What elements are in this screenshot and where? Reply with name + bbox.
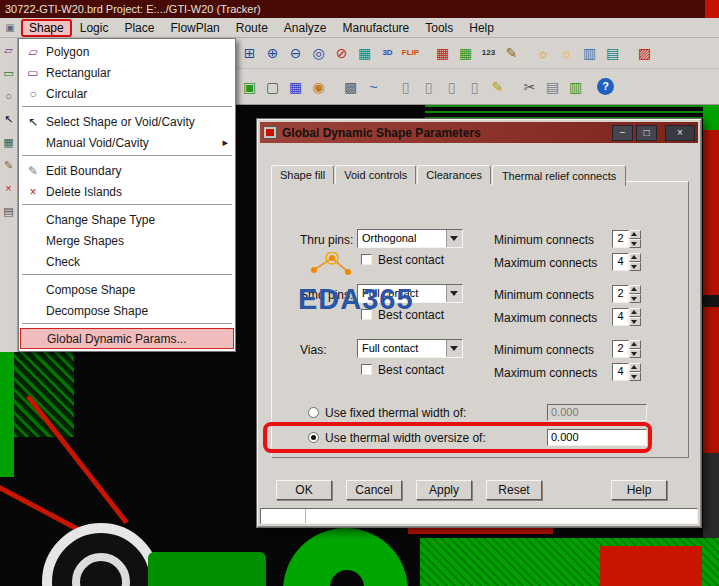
- ok-button[interactable]: OK: [276, 480, 332, 500]
- zoom-fit-icon[interactable]: ◎: [308, 43, 329, 64]
- spin-down-icon[interactable]: [629, 239, 641, 248]
- spin-down-icon[interactable]: [629, 262, 641, 271]
- connect-type-dropdown[interactable]: Full contact: [357, 339, 463, 358]
- cancel-button[interactable]: Cancel: [346, 480, 402, 500]
- menubar-item[interactable]: Route: [228, 20, 276, 36]
- maximum-connects-spinner[interactable]: 4: [612, 363, 642, 381]
- shape-menu-item[interactable]: Global Dynamic Params... ▸: [20, 328, 234, 349]
- spinner-arrows[interactable]: [629, 285, 641, 303]
- shape-select-icon[interactable]: ▣: [239, 76, 260, 97]
- spin-down-icon[interactable]: [629, 372, 641, 381]
- dialog-titlebar[interactable]: Global Dynamic Shape Parameters − □ ×: [260, 122, 698, 143]
- shape-menu-item[interactable]: Manual Void/Cavity ▸: [20, 132, 234, 153]
- highlight-pen-icon[interactable]: ✎: [487, 76, 508, 97]
- dropdown-arrow-icon[interactable]: [446, 230, 462, 247]
- spinner-arrows[interactable]: [629, 230, 641, 248]
- waveform-icon[interactable]: ▥: [579, 43, 600, 64]
- minimum-connects-spinner[interactable]: 2: [612, 285, 642, 303]
- select-tool-icon[interactable]: ↖: [2, 112, 16, 126]
- red-region-icon[interactable]: ▨: [634, 43, 655, 64]
- rectangle-tool-icon[interactable]: ▭: [2, 66, 16, 80]
- paste-doc-icon[interactable]: ▯: [464, 76, 485, 97]
- connect-type-dropdown[interactable]: Orthogonal: [357, 229, 463, 248]
- probe-icon[interactable]: ◉: [308, 76, 329, 97]
- use-fixed-thermal-width-radio[interactable]: [308, 407, 319, 418]
- grid-blue-icon[interactable]: ▦: [285, 76, 306, 97]
- shape-menu-item[interactable]: ▭ Rectangular ▸: [20, 62, 234, 83]
- signal-wave-icon[interactable]: ~: [363, 76, 384, 97]
- menubar-item[interactable]: Logic: [72, 20, 117, 36]
- spin-down-icon[interactable]: [629, 294, 641, 303]
- spin-up-icon[interactable]: [629, 363, 641, 372]
- docs-pair-icon[interactable]: ▤: [542, 76, 563, 97]
- shape-menu-item[interactable]: Merge Shapes ▸: [20, 230, 234, 251]
- spinner-arrows[interactable]: [629, 253, 641, 271]
- zoom-out-icon[interactable]: ⊖: [285, 43, 306, 64]
- menubar-item[interactable]: Shape: [21, 19, 72, 37]
- spin-up-icon[interactable]: [629, 285, 641, 294]
- export-icon[interactable]: ▥: [565, 76, 586, 97]
- spin-up-icon[interactable]: [629, 253, 641, 262]
- open-doc-icon[interactable]: ▯: [418, 76, 439, 97]
- thermal-width-oversize-field[interactable]: 0.000: [547, 429, 647, 446]
- menubar-item[interactable]: Help: [461, 20, 502, 36]
- dialog-tab[interactable]: Clearances: [417, 165, 491, 184]
- chart-icon[interactable]: ▤: [602, 43, 623, 64]
- grid-green-icon[interactable]: ▦: [455, 43, 476, 64]
- shape-menu-item[interactable]: Compose Shape ▸: [20, 279, 234, 300]
- copy-doc-icon[interactable]: ▯: [441, 76, 462, 97]
- spin-up-icon[interactable]: [629, 340, 641, 349]
- maximum-connects-spinner[interactable]: 4: [612, 253, 642, 271]
- spinner-arrows[interactable]: [629, 340, 641, 358]
- polygon-tool-icon[interactable]: ▱: [2, 43, 16, 57]
- spin-down-icon[interactable]: [629, 349, 641, 358]
- zoom-previous-icon[interactable]: ⊘: [331, 43, 352, 64]
- apply-button[interactable]: Apply: [416, 480, 472, 500]
- dialog-tab[interactable]: Shape fill: [271, 165, 334, 184]
- cut-icon[interactable]: ✂: [519, 76, 540, 97]
- delete-tool-icon[interactable]: ×: [2, 181, 16, 195]
- help-icon[interactable]: ?: [597, 78, 614, 95]
- dialog-tab[interactable]: Thermal relief connects: [492, 165, 626, 186]
- best-contact-checkbox[interactable]: [361, 254, 372, 265]
- edit-tool-icon[interactable]: ✎: [2, 158, 16, 172]
- zoom-points-icon[interactable]: ⊞: [239, 43, 260, 64]
- shape-menu-item[interactable]: × Delete Islands ▸: [20, 181, 234, 202]
- spin-up-icon[interactable]: [629, 230, 641, 239]
- help-button[interactable]: Help: [611, 480, 667, 500]
- menubar-item[interactable]: Analyze: [276, 20, 335, 36]
- window-titlebar[interactable]: 30722-GTI-W20.brd Project: E:.../GTI-W20…: [0, 0, 719, 18]
- shape-menu-item[interactable]: ○ Circular ▸: [20, 83, 234, 104]
- best-contact-checkbox[interactable]: [361, 364, 372, 375]
- grid-tool-icon[interactable]: ▦: [2, 135, 16, 149]
- spinner-arrows[interactable]: [629, 308, 641, 326]
- dropdown-arrow-icon[interactable]: [446, 285, 462, 302]
- menubar-item[interactable]: Manufacture: [335, 20, 418, 36]
- minimum-connects-spinner[interactable]: 2: [612, 230, 642, 248]
- shape-menu-item[interactable]: Change Shape Type ▸: [20, 209, 234, 230]
- menubar-item[interactable]: FlowPlan: [162, 20, 227, 36]
- spin-up-icon[interactable]: [629, 308, 641, 317]
- circle-tool-icon[interactable]: ○: [2, 89, 16, 103]
- grid-red-icon[interactable]: ▦: [432, 43, 453, 64]
- numbers-icon[interactable]: 123: [478, 43, 499, 64]
- layers-tool-icon[interactable]: ▤: [2, 204, 16, 218]
- shape-menu-item[interactable]: ▱ Polygon ▸: [20, 41, 234, 62]
- board-outline-icon[interactable]: ▢: [262, 76, 283, 97]
- zoom-in-icon[interactable]: ⊕: [262, 43, 283, 64]
- use-thermal-width-oversize-radio[interactable]: [308, 432, 319, 443]
- connect-type-dropdown[interactable]: Full contact: [357, 284, 463, 303]
- brush-icon[interactable]: ✎: [501, 43, 522, 64]
- design-flip-icon[interactable]: FLIP: [400, 43, 421, 64]
- menubar-item[interactable]: Place: [116, 20, 162, 36]
- view-3d-icon[interactable]: 3D: [377, 43, 398, 64]
- shape-menu-item[interactable]: ✎ Edit Boundary ▸: [20, 160, 234, 181]
- shape-menu-item[interactable]: ↖ Select Shape or Void/Cavity ▸: [20, 111, 234, 132]
- maximize-button[interactable]: □: [636, 125, 657, 141]
- new-doc-icon[interactable]: ▯: [395, 76, 416, 97]
- spin-down-icon[interactable]: [629, 317, 641, 326]
- menubar-item[interactable]: Tools: [417, 20, 461, 36]
- reset-button[interactable]: Reset: [486, 480, 542, 500]
- maximum-connects-spinner[interactable]: 4: [612, 308, 642, 326]
- shape-menu-item[interactable]: Decompose Shape ▸: [20, 300, 234, 321]
